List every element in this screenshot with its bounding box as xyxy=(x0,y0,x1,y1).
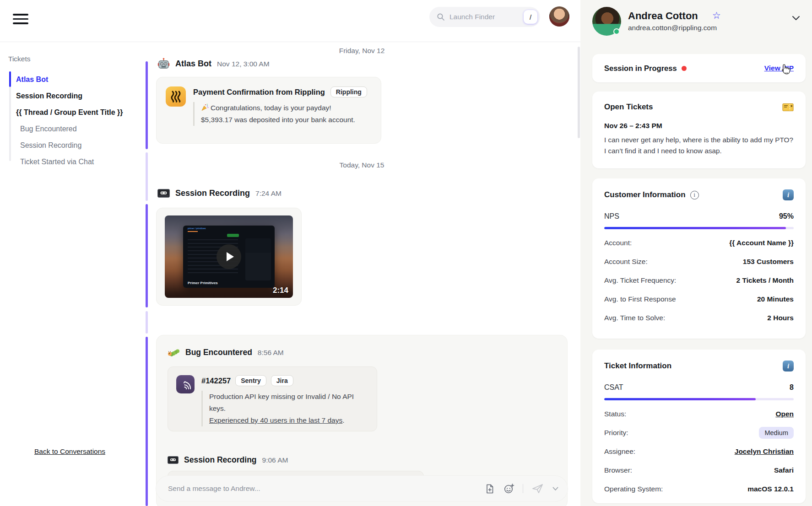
thread-rail-segment xyxy=(146,152,148,201)
bug-ticket-id: #142257 xyxy=(201,377,231,385)
customer-panel: Andrea Cotton ☆ andrea.cotton@rippling.c… xyxy=(580,0,812,506)
bug-ticket-card[interactable]: #142257 Sentry Jira Production API key m… xyxy=(168,366,377,431)
session-recording-card: primer / primitives Primer Primitives 2:… xyxy=(156,208,302,306)
detail-row: Account Size: 153 Customers xyxy=(604,257,794,267)
bug-caterpillar-icon xyxy=(168,347,180,358)
chat-thread: Friday, Nov 12 Atlas Bot Nov 12, 3:00 AM xyxy=(146,42,580,506)
cursor-pointer-icon xyxy=(779,63,791,77)
detail-row-assignee: Assignee: Jocelyn Christian xyxy=(604,447,794,457)
message-timestamp: 8:56 AM xyxy=(258,349,284,357)
sidebar-rail-active-indicator xyxy=(9,71,11,87)
add-emoji-icon[interactable] xyxy=(503,483,514,494)
rippling-badge: Rippling xyxy=(330,86,367,97)
priority-badge: Medium xyxy=(759,427,794,439)
attach-file-icon[interactable] xyxy=(485,484,495,494)
jira-badge: Jira xyxy=(271,375,293,386)
rippling-logo-icon xyxy=(166,86,186,107)
detail-row-browser: Browser: Safari xyxy=(604,465,794,475)
customer-info-title: Customer Information xyxy=(604,190,686,199)
ticket-timestamp: Nov 26 – 2:43 PM xyxy=(604,122,794,130)
detail-row: Avg. to First Response 20 Minutes xyxy=(604,294,794,304)
sidebar-item-bug-encountered[interactable]: Bug Encountered xyxy=(0,121,146,137)
csat-label: CSAT xyxy=(604,383,623,392)
thread-rail-segment xyxy=(146,204,148,307)
message-timestamp: Nov 12, 3:00 AM xyxy=(217,60,270,68)
sidebar-section-label: Tickets xyxy=(8,55,31,63)
main-region: Launch Finder / Tickets Atlas Bot Sessio… xyxy=(0,0,580,506)
message-timestamp: 9:06 AM xyxy=(262,456,288,464)
composer-divider xyxy=(523,484,524,493)
bug-ticket-description: Production API key missing or Invalid / … xyxy=(201,391,368,426)
customer-info-card: Customer Information i i NPS 95% Account… xyxy=(592,178,806,339)
play-button[interactable] xyxy=(217,244,241,269)
open-tickets-card: Open Tickets Nov 26 – 2:43 PM I can neve… xyxy=(592,92,806,168)
ticket-message: I can never get any help, where is the a… xyxy=(604,135,794,156)
date-divider: Friday, Nov 12 xyxy=(156,47,568,55)
info-circle-icon[interactable]: i xyxy=(690,191,699,199)
nps-progress-bar xyxy=(604,227,794,229)
search-shortcut-badge: / xyxy=(524,10,537,24)
vhs-cassette-icon xyxy=(168,456,179,464)
detail-row: Avg. Ticket Frequency: 2 Tickets / Month xyxy=(604,275,794,285)
video-thumbnail[interactable]: primer / primitives Primer Primitives 2:… xyxy=(165,215,293,298)
csat-progress-bar xyxy=(604,398,794,400)
back-to-conversations-link[interactable]: Back to Conversations xyxy=(34,447,105,456)
nps-value: 95% xyxy=(779,212,794,221)
bug-experienced-link[interactable]: Experienced by 40 users in the last 7 da… xyxy=(209,416,342,424)
message-sender: Bug Encountered xyxy=(185,348,252,357)
session-title: Session in Progress xyxy=(604,64,677,73)
send-options-chevron-icon[interactable] xyxy=(552,487,558,491)
message-input[interactable] xyxy=(168,484,485,493)
ticket-icon xyxy=(782,103,794,112)
customer-email: andrea.cotton@rippling.com xyxy=(628,24,717,32)
play-icon xyxy=(227,252,234,261)
send-icon[interactable] xyxy=(531,483,544,494)
assignee-link[interactable]: Jocelyn Christian xyxy=(735,447,794,456)
star-favorite-icon[interactable]: ☆ xyxy=(712,10,721,21)
search-icon xyxy=(437,13,445,21)
thread-rail-segment xyxy=(146,337,148,506)
sidebar-item-session-recording-2[interactable]: Session Recording xyxy=(0,137,146,154)
ticket-info-title: Ticket Information xyxy=(604,361,671,371)
sentry-logo-icon xyxy=(176,375,195,393)
search-placeholder: Launch Finder xyxy=(449,13,524,21)
detail-row: Account: {{ Account Name }} xyxy=(604,238,794,248)
message-composer xyxy=(156,476,568,501)
date-divider: Today, Nov 15 xyxy=(156,161,568,169)
robot-icon xyxy=(157,58,170,70)
thread-rail-segment xyxy=(146,61,148,149)
vhs-cassette-icon xyxy=(157,189,170,198)
csat-value: 8 xyxy=(790,383,794,392)
thread-rail-segment xyxy=(146,311,148,334)
info-badge-icon: i xyxy=(783,189,794,200)
message-header-session-recording-2: Session Recording 9:06 AM xyxy=(168,455,288,465)
message-sender: Session Recording xyxy=(175,188,250,198)
sidebar-item-thread-group-title[interactable]: {{ Thread / Group Event Title }} xyxy=(0,104,146,121)
agent-avatar[interactable] xyxy=(549,6,569,27)
message-sender: Session Recording xyxy=(184,455,257,465)
sidebar-item-ticket-started[interactable]: Ticket Started via Chat xyxy=(0,154,146,170)
payment-card-quote: Congratulations, today is your payday! $… xyxy=(193,102,372,126)
detail-row-priority: Priority: Medium xyxy=(604,428,794,438)
collapse-panel-chevron-icon[interactable] xyxy=(792,16,800,21)
payment-confirmation-card[interactable]: Payment Confirmation from Rippling Rippl… xyxy=(156,77,381,144)
online-status-dot xyxy=(613,28,620,35)
topbar: Launch Finder / xyxy=(0,0,580,42)
chat-scrollbar[interactable] xyxy=(578,47,580,138)
menu-icon[interactable] xyxy=(13,11,30,28)
open-tickets-title: Open Tickets xyxy=(604,102,653,112)
status-open-link[interactable]: Open xyxy=(775,410,794,418)
message-sender: Atlas Bot xyxy=(175,59,211,69)
info-badge-icon: i xyxy=(783,361,794,371)
payment-card-title: Payment Confirmation from Rippling xyxy=(193,88,325,97)
sidebar-item-atlas-bot[interactable]: Atlas Bot xyxy=(0,71,146,88)
nps-label: NPS xyxy=(604,212,619,221)
message-header-bug-encountered: Bug Encountered 8:56 AM xyxy=(168,347,284,358)
video-duration: 2:14 xyxy=(273,286,288,295)
detail-row: Avg. Time to Solve: 2 Hours xyxy=(604,313,794,323)
sidebar-item-session-recording[interactable]: Session Recording xyxy=(0,88,146,104)
search-input[interactable]: Launch Finder / xyxy=(429,7,540,27)
message-header-session-recording: Session Recording 7:24 AM xyxy=(157,188,281,198)
message-header-atlas-bot: Atlas Bot Nov 12, 3:00 AM xyxy=(157,58,270,70)
sentry-badge: Sentry xyxy=(235,375,266,386)
